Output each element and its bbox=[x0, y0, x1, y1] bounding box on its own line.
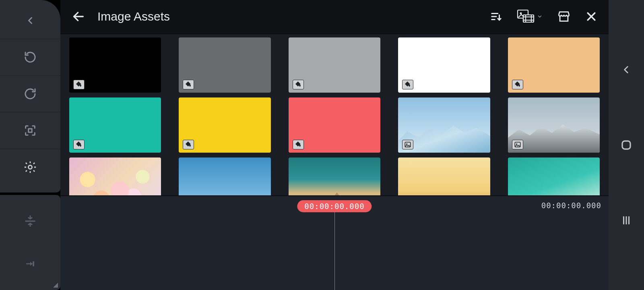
paint-bucket-icon bbox=[514, 81, 521, 88]
redo-icon bbox=[24, 87, 37, 100]
three-bars-icon bbox=[621, 215, 632, 226]
fill-badge bbox=[73, 80, 85, 89]
svg-rect-9 bbox=[523, 15, 534, 22]
jump-to-end-button[interactable] bbox=[0, 246, 60, 282]
asset-thumbnail[interactable] bbox=[289, 157, 380, 195]
svg-rect-21 bbox=[622, 141, 630, 149]
fill-badge bbox=[73, 140, 85, 149]
store-icon bbox=[556, 10, 572, 23]
asset-thumbnail[interactable] bbox=[69, 37, 161, 93]
paint-bucket-icon bbox=[295, 141, 302, 148]
fill-badge bbox=[512, 80, 523, 89]
align-tracks-button[interactable] bbox=[0, 203, 60, 239]
asset-grid-area[interactable] bbox=[60, 34, 609, 195]
asset-thumbnail[interactable] bbox=[179, 157, 270, 195]
timeline[interactable]: 00:00:00.000 00:00:00.000 bbox=[60, 195, 609, 290]
asset-thumbnail[interactable] bbox=[289, 97, 380, 153]
sort-icon bbox=[489, 10, 503, 23]
sort-button[interactable] bbox=[486, 7, 506, 26]
main-column: Image Assets bbox=[60, 0, 609, 290]
media-picker-icon bbox=[517, 9, 535, 24]
fill-badge bbox=[402, 80, 413, 89]
capture-button[interactable] bbox=[0, 112, 60, 149]
close-icon bbox=[585, 10, 597, 23]
close-button[interactable] bbox=[582, 7, 601, 26]
asset-thumbnail[interactable] bbox=[179, 37, 270, 93]
system-nav-bar bbox=[609, 0, 644, 290]
store-button[interactable] bbox=[553, 6, 575, 27]
paint-bucket-icon bbox=[185, 81, 192, 88]
svg-rect-0 bbox=[29, 129, 32, 133]
system-home-button[interactable] bbox=[617, 135, 636, 155]
asset-thumbnail[interactable] bbox=[508, 157, 600, 195]
fill-badge bbox=[293, 80, 304, 89]
compress-vertical-icon bbox=[23, 214, 37, 228]
page-title: Image Assets bbox=[97, 10, 170, 23]
paint-bucket-icon bbox=[404, 81, 411, 88]
rounded-square-icon bbox=[620, 139, 632, 151]
svg-point-8 bbox=[520, 12, 522, 14]
image-badge bbox=[512, 140, 523, 149]
asset-thumbnail[interactable] bbox=[69, 157, 161, 195]
svg-point-1 bbox=[28, 165, 32, 169]
settings-button[interactable] bbox=[0, 149, 60, 185]
image-badge bbox=[402, 140, 413, 149]
left-sidebar bbox=[0, 0, 60, 290]
arrow-left-icon bbox=[72, 10, 85, 23]
image-icon bbox=[514, 141, 521, 148]
asset-thumbnail[interactable] bbox=[508, 97, 600, 153]
left-tools-pill bbox=[0, 195, 60, 290]
asset-thumbnail[interactable] bbox=[508, 37, 600, 93]
asset-thumbnail[interactable] bbox=[398, 97, 490, 153]
paint-bucket-icon bbox=[295, 81, 302, 88]
app-root: Image Assets bbox=[0, 0, 644, 290]
asset-thumbnail[interactable] bbox=[289, 37, 380, 93]
redo-button[interactable] bbox=[0, 76, 60, 112]
fill-badge bbox=[183, 80, 194, 89]
image-icon bbox=[404, 141, 411, 148]
duration-timecode: 00:00:00.000 bbox=[541, 201, 601, 210]
paint-bucket-icon bbox=[75, 141, 83, 148]
left-nav-pill bbox=[0, 0, 60, 193]
resize-notch-icon[interactable] bbox=[53, 278, 58, 288]
svg-rect-2 bbox=[33, 261, 34, 267]
gear-icon bbox=[23, 160, 37, 174]
chevron-down-icon bbox=[537, 14, 543, 19]
fill-badge bbox=[183, 140, 194, 149]
back-button[interactable] bbox=[0, 2, 60, 39]
header-back-button[interactable] bbox=[68, 6, 89, 27]
asset-thumbnail[interactable] bbox=[179, 97, 270, 153]
system-recents-button[interactable] bbox=[617, 211, 636, 230]
fill-badge bbox=[293, 140, 304, 149]
system-back-button[interactable] bbox=[617, 60, 636, 79]
playhead-line[interactable] bbox=[334, 211, 335, 290]
crop-frame-icon bbox=[23, 124, 37, 137]
undo-icon bbox=[24, 51, 37, 64]
chevron-left-icon bbox=[25, 15, 36, 26]
paint-bucket-icon bbox=[185, 141, 192, 148]
jump-end-icon bbox=[24, 258, 36, 270]
svg-point-20 bbox=[516, 143, 517, 145]
asset-thumbnail[interactable] bbox=[69, 97, 161, 153]
asset-grid bbox=[69, 37, 600, 195]
asset-thumbnail[interactable] bbox=[398, 37, 490, 93]
asset-thumbnail[interactable] bbox=[398, 157, 490, 195]
media-picker-button[interactable] bbox=[514, 6, 546, 27]
paint-bucket-icon bbox=[75, 81, 83, 88]
chevron-left-icon bbox=[621, 64, 632, 75]
svg-point-18 bbox=[406, 143, 407, 145]
header-bar: Image Assets bbox=[60, 0, 609, 34]
undo-button[interactable] bbox=[0, 39, 60, 75]
